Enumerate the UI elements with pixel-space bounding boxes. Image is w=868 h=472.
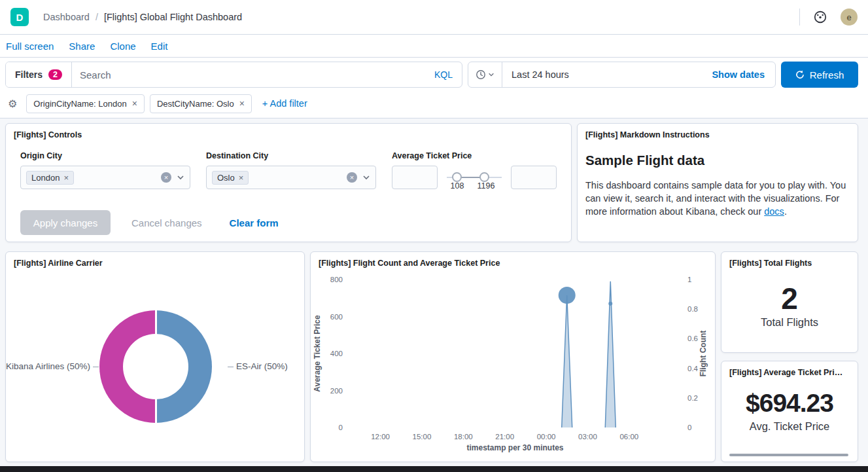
bottom-window-edge (0, 466, 868, 472)
clear-selection-icon[interactable]: × (347, 172, 357, 183)
filter-pill-destination[interactable]: DestCityName: Oslo × (150, 94, 252, 113)
markdown-text: This dashboard contains sample data for … (585, 180, 846, 217)
avg-ticket-price-label: Avg. Ticket Price (721, 420, 858, 433)
kql-button[interactable]: KQL (425, 69, 462, 80)
svg-text:0.8: 0.8 (687, 305, 698, 313)
svg-text:200: 200 (330, 387, 343, 395)
panel-title[interactable]: [Flights] Total Flights (729, 259, 850, 268)
price-range-controls: 108 1196 (392, 166, 557, 189)
price-range-slider[interactable]: 108 1196 (447, 166, 502, 189)
avatar[interactable]: e (841, 9, 858, 26)
slider-handle-max[interactable] (479, 172, 489, 182)
refresh-button[interactable]: Refresh (781, 62, 858, 88)
svg-text:21:00: 21:00 (495, 433, 514, 441)
svg-text:0: 0 (339, 424, 343, 431)
panel-airline-carrier: [Flights] Airline Carrier Kibana Airline… (5, 251, 305, 462)
query-bar: Filters 2 KQL (5, 62, 462, 88)
panel-title[interactable]: [Flights] Airline Carrier (14, 259, 296, 268)
edit-link[interactable]: Edit (151, 41, 168, 52)
date-picker: Last 24 hours Show dates (468, 62, 776, 88)
svg-text:0.6: 0.6 (687, 335, 698, 342)
breadcrumb-dashboard-link[interactable]: Dashboard (43, 12, 90, 22)
svg-text:timestamp per 30 minutes: timestamp per 30 minutes (466, 443, 563, 452)
svg-text:06:00: 06:00 (619, 433, 638, 441)
filter-pills-row: ⚙ OriginCityName: London × DestCityName:… (0, 93, 868, 114)
panel-title[interactable]: [Flights] Markdown Instructions (585, 130, 850, 139)
svg-text:0: 0 (687, 424, 691, 431)
metric: 2 Total Flights (721, 282, 858, 329)
controls-buttons: Apply changes Cancel changes Clear form (20, 210, 279, 235)
flight-chart[interactable]: 020040060080000.20.40.60.8112:0015:0018:… (311, 252, 715, 462)
price-max-value: 1196 (477, 181, 495, 191)
combo-icons: × (347, 172, 370, 183)
app-logo[interactable]: D (10, 8, 29, 26)
svg-text:Flight Count: Flight Count (699, 331, 708, 377)
show-dates-button[interactable]: Show dates (712, 69, 775, 80)
clear-selection-icon[interactable]: × (161, 172, 171, 183)
clear-form-button[interactable]: Clear form (230, 217, 279, 228)
panel-controls: [Flights] Controls Origin City London × … (5, 123, 572, 242)
destination-city-tag: Oslo × (212, 171, 249, 185)
gear-icon[interactable]: ⚙ (8, 98, 17, 110)
time-picker-button[interactable] (468, 62, 502, 87)
price-min-value: 108 (451, 181, 464, 191)
origin-city-tag: London × (26, 171, 74, 185)
share-link[interactable]: Share (69, 41, 95, 52)
destination-city-tag-label: Oslo (217, 173, 235, 183)
chevron-down-icon[interactable] (177, 173, 184, 181)
chevron-down-icon[interactable] (362, 173, 370, 181)
docs-link[interactable]: docs (764, 206, 784, 217)
full-screen-link[interactable]: Full screen (6, 41, 54, 52)
dashboard-toolbar: Full screen Share Clone Edit (0, 35, 868, 58)
cancel-changes-button[interactable]: Cancel changes (131, 217, 202, 228)
combo-icons: × (161, 172, 184, 183)
header-divider (799, 9, 800, 26)
header-actions: e (799, 9, 858, 26)
destination-city-combobox[interactable]: Oslo × × (206, 166, 376, 189)
markdown-body: This dashboard contains sample data for … (585, 179, 848, 218)
donut-slice-gap (155, 310, 157, 423)
panel-title[interactable]: [Flights] Average Ticket Pri… (729, 368, 850, 377)
slider-handle-min[interactable] (452, 172, 462, 182)
filter-pill-label: OriginCityName: London (33, 99, 126, 109)
chevron-down-icon (488, 71, 495, 78)
panel-title[interactable]: [Flights] Controls (14, 130, 563, 139)
breadcrumb: Dashboard / [Flights] Global Flight Dash… (43, 12, 242, 22)
clone-link[interactable]: Clone (110, 41, 135, 52)
svg-text:1: 1 (687, 276, 691, 283)
time-range-value[interactable]: Last 24 hours (502, 69, 712, 80)
remove-tag-icon[interactable]: × (63, 173, 69, 183)
origin-city-label: Origin City (20, 151, 62, 160)
remove-filter-icon[interactable]: × (239, 98, 245, 109)
panel-title[interactable]: [Flights] Flight Count and Average Ticke… (319, 259, 707, 268)
kibana-dashboard-screen: D Dashboard / [Flights] Global Flight Da… (0, 0, 868, 472)
clock-icon (476, 69, 486, 80)
add-filter-button[interactable]: + Add filter (262, 98, 307, 109)
apply-changes-button[interactable]: Apply changes (20, 210, 111, 235)
remove-tag-icon[interactable]: × (239, 173, 244, 183)
panel-flight-count-chart: 020040060080000.20.40.60.8112:0015:0018:… (310, 251, 716, 462)
panel-total-flights: [Flights] Total Flights 2 Total Flights (721, 251, 858, 353)
filters-dropdown-button[interactable]: Filters 2 (6, 62, 72, 87)
price-min-input[interactable] (392, 166, 438, 189)
filters-label: Filters (15, 69, 43, 80)
refresh-icon (795, 70, 805, 79)
metric: $694.23 Avg. Ticket Price (721, 388, 858, 433)
remove-filter-icon[interactable]: × (132, 98, 137, 109)
destination-city-label: Destination City (206, 151, 268, 160)
search-input[interactable] (72, 69, 425, 81)
svg-text:00:00: 00:00 (537, 433, 556, 441)
help-icon[interactable] (813, 10, 827, 24)
filter-pill-label: DestCityName: Oslo (157, 99, 234, 109)
price-max-input[interactable] (511, 166, 557, 189)
svg-text:03:00: 03:00 (578, 433, 597, 441)
panel-markdown-instructions: [Flights] Markdown Instructions Sample F… (577, 123, 858, 242)
svg-text:Average Ticket Price: Average Ticket Price (313, 315, 322, 392)
help-icon-glyph (813, 10, 827, 24)
filter-pill-origin[interactable]: OriginCityName: London × (26, 94, 145, 113)
donut-label-kibana-airlines: Kibana Airlines (50%) (6, 361, 92, 371)
origin-city-combobox[interactable]: London × × (20, 166, 190, 189)
markdown-text: . (784, 206, 787, 217)
airline-donut-chart[interactable] (99, 310, 212, 423)
avg-ticket-price-value: $694.23 (721, 388, 858, 419)
